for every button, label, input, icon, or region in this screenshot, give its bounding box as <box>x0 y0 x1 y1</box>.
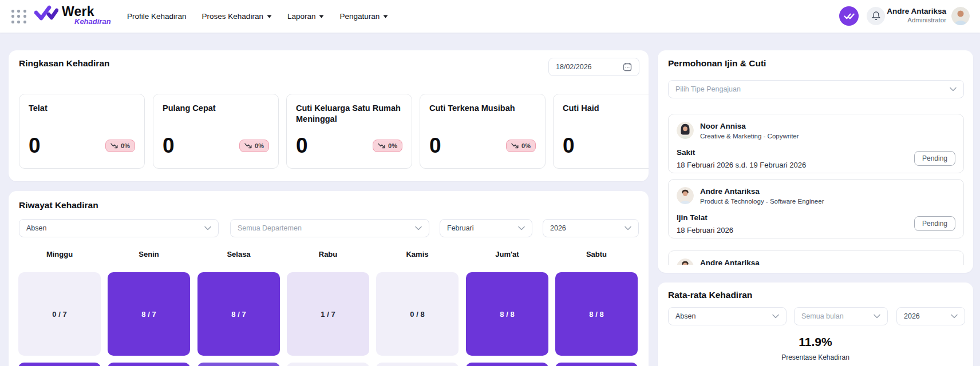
stat-card-pulang-cepat: Pulang Cepat 0 0% <box>153 94 279 169</box>
avatar <box>677 258 694 265</box>
select-value: Februari <box>447 224 474 232</box>
change-value: 0% <box>388 142 397 149</box>
logo-text: Werk Kehadiran <box>62 5 111 26</box>
select-value: 2026 <box>550 224 566 232</box>
stat-card-cuti-haid: Cuti Haid 0 <box>553 94 649 169</box>
avg-month-select[interactable]: Semua bulan <box>794 307 888 325</box>
filter-month-select[interactable]: Februari <box>440 219 532 237</box>
ringkasan-title: Ringkasan Kehadiran <box>19 58 110 69</box>
calendar-cell: 8 / 8 <box>555 272 638 356</box>
change-badge: 0% <box>239 140 269 152</box>
chevron-down-icon <box>204 226 211 230</box>
calendar-cell: 0 / 8 <box>376 272 459 356</box>
app-logo[interactable]: Werk Kehadiran <box>34 5 111 26</box>
nav-profile-kehadiran[interactable]: Profile Kehadiran <box>127 12 187 21</box>
filter-departemen-select[interactable]: Semua Departemen <box>230 219 429 237</box>
avatar[interactable] <box>951 7 970 25</box>
riwayat-kehadiran-panel: Riwayat Kehadiran Absen Semua Departemen… <box>9 191 649 366</box>
request-card: Andre Antariksa Product & Technology - S… <box>668 179 964 238</box>
calendar-cell: 1 / 7 <box>287 272 369 356</box>
caret-down-icon <box>383 15 388 18</box>
request-card: Noor Annisa Creative & Marketing - Copyw… <box>668 114 964 173</box>
date-value: 18/02/2026 <box>556 63 592 71</box>
select-value: Absen <box>675 312 696 320</box>
stat-value: 0 <box>429 135 441 157</box>
chevron-down-icon <box>772 314 779 319</box>
nav-label: Proses Kehadiran <box>202 12 263 21</box>
stat-label: Telat <box>29 103 135 114</box>
attendance-percentage: 11.9% <box>658 335 973 349</box>
caret-down-icon <box>319 15 324 18</box>
user-menu[interactable]: Andre Antariksa Administrator <box>887 6 946 25</box>
attendance-check-button[interactable] <box>839 6 859 26</box>
calendar-cell: 8 / 8 <box>466 272 548 356</box>
cell-value: 1 / 7 <box>321 310 335 319</box>
day-header-senin: Senin <box>108 250 190 258</box>
date-picker-input[interactable]: 18/02/2026 <box>548 58 639 76</box>
user-name: Andre Antariksa <box>887 6 946 16</box>
requester-name: Andre Antariksa <box>700 187 824 196</box>
avg-year-select[interactable]: 2026 <box>896 307 965 325</box>
change-value: 0% <box>255 142 264 149</box>
top-navbar: Werk Kehadiran Profile Kehadiran Proses … <box>0 0 980 33</box>
filter-status-select[interactable]: Absen <box>19 219 219 237</box>
chevron-down-icon <box>625 226 631 230</box>
calendar-cell: 0 / 7 <box>18 272 101 356</box>
request-type: Ijin Telat <box>677 213 955 222</box>
requester-role: Product & Technology - Software Engineer <box>700 197 824 206</box>
day-header-kamis: Kamis <box>376 250 459 258</box>
cell-value: 8 / 7 <box>141 310 156 319</box>
nav-laporan[interactable]: Laporan <box>287 12 325 21</box>
ringkasan-kehadiran-panel: Ringkasan Kehadiran 18/02/2026 Telat 0 0… <box>9 50 649 181</box>
change-badge: 0% <box>105 140 135 152</box>
requester-name: Noor Annisa <box>700 122 799 131</box>
caret-down-icon <box>267 15 272 18</box>
avg-status-select[interactable]: Absen <box>668 307 787 325</box>
stat-value: 0 <box>163 135 175 157</box>
stat-value: 0 <box>296 135 308 157</box>
stat-label: Cuti Haid <box>563 103 649 114</box>
requester-role: Creative & Marketing - Copywriter <box>700 132 799 141</box>
select-value: Absen <box>26 224 46 232</box>
nav-label: Laporan <box>287 12 316 21</box>
riwayat-title: Riwayat Kehadiran <box>19 200 98 210</box>
requester-name: Andre Antariksa <box>700 258 760 265</box>
calendar-cell <box>197 363 280 366</box>
request-card: Andre Antariksa <box>668 250 964 265</box>
calendar-cell <box>287 363 369 366</box>
nav-label: Pengaturan <box>339 12 380 21</box>
avatar <box>677 122 694 139</box>
brand-tagline: Kehadiran <box>74 17 111 26</box>
day-header-jumat: Jum'at <box>466 250 548 258</box>
stat-card-telat: Telat 0 0% <box>19 94 145 169</box>
status-pending-button[interactable]: Pending <box>914 151 955 166</box>
status-pending-button[interactable]: Pending <box>914 216 955 231</box>
change-value: 0% <box>121 142 130 149</box>
chevron-down-icon <box>518 226 525 230</box>
user-role: Administrator <box>887 16 946 25</box>
nav-pengaturan[interactable]: Pengaturan <box>339 12 388 21</box>
day-header-sabtu: Sabtu <box>555 250 638 258</box>
cell-value: 8 / 8 <box>589 310 603 319</box>
request-date-range: 18 Februari 2026 <box>677 226 955 234</box>
apps-grid-icon[interactable] <box>11 10 27 23</box>
cell-value: 8 / 7 <box>231 310 246 319</box>
notifications-button[interactable] <box>867 7 885 25</box>
rata-rata-panel: Rata-rata Kehadiran Absen Semua bulan 20… <box>658 283 973 366</box>
change-value: 0% <box>521 142 531 149</box>
request-list: Noor Annisa Creative & Marketing - Copyw… <box>658 50 973 265</box>
calendar-cell <box>555 363 638 366</box>
main-nav: Profile Kehadiran Proses Kehadiran Lapor… <box>127 0 388 33</box>
stat-value: 0 <box>563 135 575 157</box>
nav-label: Profile Kehadiran <box>127 12 187 21</box>
chevron-down-icon <box>415 226 422 230</box>
nav-proses-kehadiran[interactable]: Proses Kehadiran <box>202 12 272 21</box>
cell-value: 0 / 7 <box>52 310 66 319</box>
calendar-cell <box>466 363 548 366</box>
cell-value: 0 / 8 <box>410 310 424 319</box>
brand-name: Werk <box>62 5 111 18</box>
trending-down-icon <box>511 143 519 149</box>
filter-year-select[interactable]: 2026 <box>543 219 639 237</box>
calendar-cell: 8 / 7 <box>108 272 190 356</box>
calendar-cell <box>376 363 459 366</box>
